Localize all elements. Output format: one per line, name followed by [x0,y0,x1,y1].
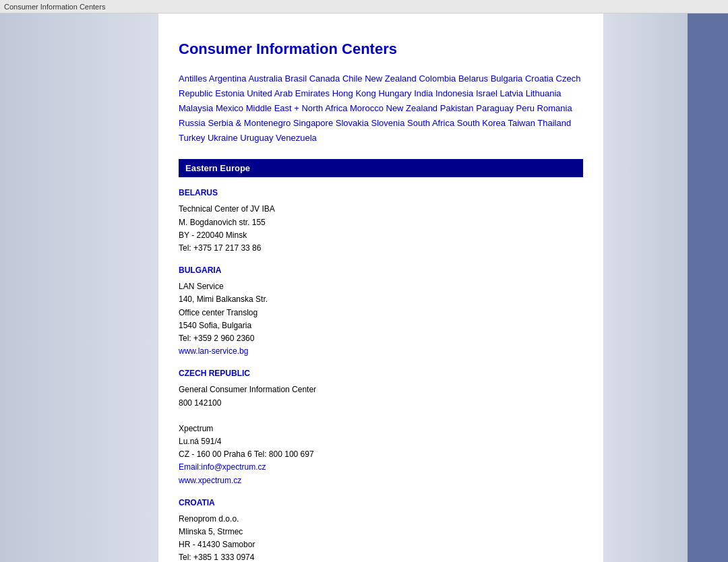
nav-link[interactable]: Taiwan [508,118,535,128]
nav-link[interactable]: Russia [179,118,206,128]
nav-link[interactable]: Pakistan [440,103,474,113]
nav-link[interactable]: Brasil [285,73,307,84]
country-info-line: Xpectrum [179,424,213,433]
nav-link[interactable]: Argentina [209,73,247,84]
title-bar: Consumer Information Centers [0,0,728,13]
left-sidebar [0,13,158,562]
nav-link[interactable]: Croatia [525,73,553,84]
country-info-line: CZ - 160 00 Praha 6 Tel: 800 100 697 [179,449,314,459]
nav-link[interactable]: Thailand [537,118,571,128]
country-website-link[interactable]: Email:info@xpectrum.cz [179,462,266,472]
nav-link[interactable]: Paraguay [476,103,514,113]
nav-link[interactable]: Hong Kong [332,88,376,98]
nav-link[interactable]: Venezuela [276,133,317,143]
country-info-line: 140, Mimi Balkanska Str. [179,294,268,304]
nav-link[interactable]: New Zealand [365,73,417,84]
nav-link[interactable]: Latvia [499,88,523,98]
nav-link[interactable]: Israel [476,88,497,98]
nav-link[interactable]: United Arab Emirates [247,88,330,98]
country-info-line: Technical Center of JV IBA [179,204,275,214]
nav-link[interactable]: Middle East + North Africa [246,103,348,113]
country-info-line: 800 142100 [179,398,221,408]
country-info-line: Tel: +359 2 960 2360 [179,334,254,343]
nav-link[interactable]: Romania [537,103,572,113]
country-info: General Consumer Information Center800 1… [179,383,583,487]
nav-link[interactable]: Mexico [216,103,243,113]
country-info-line: 1540 Sofia, Bulgaria [179,321,251,330]
country-website-link[interactable]: www.lan-service.bg [179,346,248,356]
country-info-line: Tel: +375 17 217 33 86 [179,243,261,253]
nav-link[interactable]: Chile [342,73,363,84]
page-title: Consumer Information Centers [179,40,583,58]
country-info-line: Tel: +385 1 333 0974 [179,553,254,562]
country-section: BELARUSTechnical Center of JV IBAM. Bogd… [179,188,583,255]
nav-link[interactable]: South Korea [457,118,506,128]
country-info-line: Office center Translog [179,308,257,317]
nav-link[interactable]: Australia [248,73,282,84]
country-info-line: General Consumer Information Center [179,385,316,394]
nav-link[interactable]: Slovakia [336,118,369,128]
country-info-line: BY - 220040 Minsk [179,230,247,240]
nav-link[interactable]: Singapore [293,118,333,128]
country-info: Renoprom d.o.o.Mlinska 5, StrmecHR - 414… [179,513,583,562]
nav-link[interactable]: Belarus [458,73,488,84]
country-info-line: Mlinska 5, Strmec [179,527,243,536]
country-section: BULGARIALAN Service140, Mimi Balkanska S… [179,266,583,358]
country-title: CZECH REPUBLIC [179,369,583,378]
right-sidebar-inner [688,13,728,562]
nav-link[interactable]: Lithuania [526,88,562,98]
nav-links: Antilles Argentina Australia Brasil Cana… [179,71,583,146]
nav-link[interactable]: Bulgaria [491,73,523,84]
country-info-line: LAN Service [179,282,224,291]
country-section: CZECH REPUBLICGeneral Consumer Informati… [179,369,583,487]
nav-link[interactable]: India [414,88,433,98]
nav-link[interactable]: South Africa [407,118,454,128]
country-info: LAN Service140, Mimi Balkanska Str.Offic… [179,280,583,358]
country-info-line: Lu.ná 591/4 [179,437,221,446]
country-info-line: Renoprom d.o.o. [179,514,239,524]
country-website-link[interactable]: www.xpectrum.cz [179,476,241,485]
country-title: BELARUS [179,188,583,197]
nav-link[interactable]: Canada [309,73,340,84]
nav-link[interactable]: Malaysia [179,103,213,113]
nav-link[interactable]: Slovenia [371,118,405,128]
nav-link[interactable]: Ukraine [208,133,238,143]
nav-link[interactable]: Estonia [215,88,244,98]
nav-link[interactable]: Hungary [378,88,411,98]
nav-link[interactable]: Turkey [179,133,205,143]
section-header: Eastern Europe [179,159,583,177]
country-info: Technical Center of JV IBAM. Bogdanovich… [179,203,583,255]
nav-link[interactable]: Uruguay [240,133,273,143]
nav-link[interactable]: Colombia [419,73,456,84]
nav-link[interactable]: Indonesia [435,88,473,98]
main-content: Consumer Information Centers Antilles Ar… [158,13,603,562]
country-title: CROATIA [179,498,583,507]
right-sidebar [603,13,728,562]
nav-link[interactable]: Serbia & Montenegro [208,118,291,128]
nav-link[interactable]: Antilles [179,73,207,84]
title-bar-text: Consumer Information Centers [4,3,105,11]
nav-link[interactable]: Peru [516,103,535,113]
country-info-line: HR - 41430 Samobor [179,540,255,549]
country-title: BULGARIA [179,266,583,275]
country-section: CROATIARenoprom d.o.o.Mlinska 5, StrmecH… [179,498,583,562]
nav-link[interactable]: Morocco [350,103,384,113]
countries-container: BELARUSTechnical Center of JV IBAM. Bogd… [179,188,583,562]
nav-link[interactable]: New Zealand [386,103,438,113]
country-info-line: M. Bogdanovich str. 155 [179,218,266,227]
